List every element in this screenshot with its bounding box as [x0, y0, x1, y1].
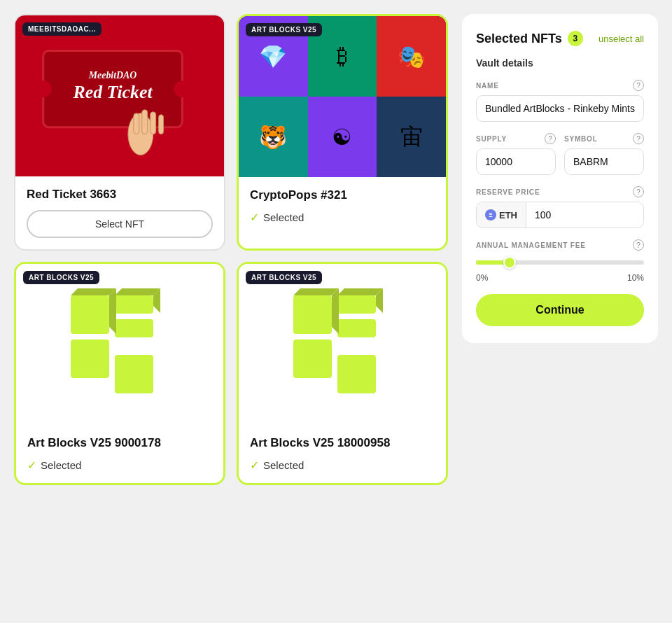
svg-marker-25: [293, 288, 339, 295]
form-group-symbol: SYMBOL ?: [564, 133, 644, 175]
svg-rect-15: [115, 355, 153, 393]
continue-button[interactable]: Continue: [476, 294, 644, 326]
check-icon-artblocks-2: ✓: [250, 458, 259, 472]
svg-rect-23: [337, 319, 376, 337]
slider-max-label: 10%: [627, 273, 644, 283]
form-group-supply: SUPPLY ?: [476, 133, 556, 175]
artblocks-svg-2: [286, 288, 398, 400]
svg-rect-14: [115, 319, 153, 337]
artblocks-svg-1: [64, 288, 176, 400]
svg-marker-16: [71, 288, 116, 295]
form-group-annual-fee: ANNUAL MANAGEMENT FEE ? 0% 10%: [476, 239, 644, 283]
svg-rect-10: [159, 115, 164, 134]
svg-rect-9: [150, 112, 156, 134]
svg-rect-24: [337, 355, 376, 393]
svg-rect-7: [134, 113, 139, 134]
nft-image-artblocks-2: ART BLOCKS V25: [239, 264, 446, 425]
svg-text:Red Ticket: Red Ticket: [73, 82, 153, 102]
panel-header: Selected NFTs 3 unselect all: [476, 31, 644, 46]
nft-image-cryptopops: ART BLOCKS V25 💎 ₿ 🎭 🐯 ☯ 宙: [239, 16, 446, 177]
name-label: NAME: [476, 82, 499, 90]
name-input[interactable]: [476, 95, 644, 122]
check-icon-artblocks-1: ✓: [27, 458, 36, 472]
nft-title-artblocks-1: Art Blocks V25 9000178: [27, 436, 212, 450]
reserve-price-label: RESERVE PRICE: [476, 188, 540, 196]
reserve-price-help-icon[interactable]: ?: [633, 186, 644, 197]
nft-card-body-red-ticket: Red Ticket 3663 Select NFT: [15, 176, 224, 249]
nft-card-body-artblocks-2: Art Blocks V25 18000958 ✓ Selected: [239, 425, 446, 483]
select-nft-button-red-ticket[interactable]: Select NFT: [27, 210, 213, 238]
svg-rect-12: [71, 340, 109, 378]
eth-dot-icon: Ξ: [485, 209, 496, 220]
unselect-all-link[interactable]: unselect all: [598, 34, 644, 44]
annual-fee-help-icon[interactable]: ?: [633, 239, 644, 251]
check-icon-cryptopops: ✓: [250, 211, 259, 224]
slider-track: [476, 260, 644, 265]
nft-card-body-cryptopops: CryptoPops #321 ✓ Selected: [239, 177, 446, 235]
panel-title-row: Selected NFTs 3: [476, 31, 583, 46]
red-ticket-svg: MeebitDAO Red Ticket: [15, 15, 224, 176]
nft-card-red-ticket: MEEBITSDAOAC... MeebitDAO Red Ticket: [14, 14, 225, 251]
artblocks-art-2: [239, 264, 446, 425]
supply-input[interactable]: [476, 148, 556, 175]
svg-point-3: [174, 80, 190, 97]
svg-point-2: [35, 80, 52, 97]
pop-cell-person: 🎭: [377, 16, 446, 97]
eth-badge: Ξ ETH: [477, 202, 526, 227]
name-help-icon[interactable]: ?: [633, 80, 644, 91]
reserve-price-row: Ξ ETH: [476, 202, 644, 228]
vault-details-label: Vault details: [476, 57, 644, 69]
selected-text-artblocks-1: Selected: [41, 459, 81, 471]
nft-card-artblocks-1: ART BLOCKS V25: [14, 262, 225, 485]
collection-badge-cryptopops: ART BLOCKS V25: [246, 23, 322, 36]
selected-label-cryptopops: ✓ Selected: [250, 211, 435, 224]
name-label-row: NAME ?: [476, 80, 644, 91]
vault-panel: Selected NFTs 3 unselect all Vault detai…: [462, 14, 658, 343]
svg-marker-27: [337, 288, 383, 295]
nft-title-red-ticket: Red Ticket 3663: [27, 188, 213, 202]
svg-rect-21: [293, 340, 332, 378]
form-group-name: NAME ?: [476, 80, 644, 122]
symbol-help-icon[interactable]: ?: [633, 133, 644, 144]
slider-thumb[interactable]: [503, 256, 516, 269]
svg-marker-18: [115, 288, 160, 295]
selected-label-artblocks-1: ✓ Selected: [27, 458, 212, 472]
cryptopops-grid-art: 💎 ₿ 🎭 🐯 ☯ 宙: [239, 16, 446, 177]
slider-min-label: 0%: [476, 273, 488, 283]
svg-rect-8: [142, 110, 148, 134]
svg-text:MeebitDAO: MeebitDAO: [88, 70, 137, 80]
svg-point-6: [128, 113, 153, 155]
artblocks-art-1: [16, 264, 223, 425]
selected-text-cryptopops: Selected: [263, 211, 304, 223]
slider-container: 0% 10%: [476, 255, 644, 283]
pop-cell-tiger: 🐯: [239, 97, 308, 177]
slider-labels: 0% 10%: [476, 273, 644, 283]
collection-badge-red-ticket: MEEBITSDAOAC...: [22, 22, 102, 36]
panel-title: Selected NFTs: [476, 31, 562, 46]
symbol-input[interactable]: [564, 148, 644, 175]
collection-badge-artblocks-2: ART BLOCKS V25: [246, 271, 322, 284]
count-badge: 3: [568, 31, 583, 46]
annual-fee-label: ANNUAL MANAGEMENT FEE: [476, 241, 586, 249]
svg-rect-22: [337, 295, 376, 314]
collection-badge-artblocks-1: ART BLOCKS V25: [23, 271, 99, 284]
nft-image-artblocks-1: ART BLOCKS V25: [16, 264, 223, 425]
supply-label-row: SUPPLY ?: [476, 133, 556, 144]
reserve-price-input[interactable]: [526, 202, 644, 227]
supply-help-icon[interactable]: ?: [545, 133, 556, 144]
selected-text-artblocks-2: Selected: [263, 459, 304, 471]
eth-label: ETH: [499, 210, 517, 220]
form-row-supply-symbol: SUPPLY ? SYMBOL ?: [476, 133, 644, 175]
nft-card-cryptopops: ART BLOCKS V25 💎 ₿ 🎭 🐯 ☯ 宙 CryptoPops #3…: [237, 14, 448, 251]
pop-cell-yin: ☯: [308, 97, 377, 177]
symbol-label: SYMBOL: [564, 135, 598, 143]
svg-rect-13: [115, 295, 153, 314]
nft-card-artblocks-2: ART BLOCKS V25 Art Bl: [237, 262, 448, 485]
nft-title-artblocks-2: Art Blocks V25 18000958: [250, 436, 435, 450]
nft-title-cryptopops: CryptoPops #321: [250, 188, 435, 202]
svg-rect-11: [71, 295, 109, 334]
reserve-price-label-row: RESERVE PRICE ?: [476, 186, 644, 197]
selected-label-artblocks-2: ✓ Selected: [250, 458, 435, 472]
nft-card-body-artblocks-1: Art Blocks V25 9000178 ✓ Selected: [16, 425, 223, 483]
svg-rect-20: [293, 295, 332, 334]
